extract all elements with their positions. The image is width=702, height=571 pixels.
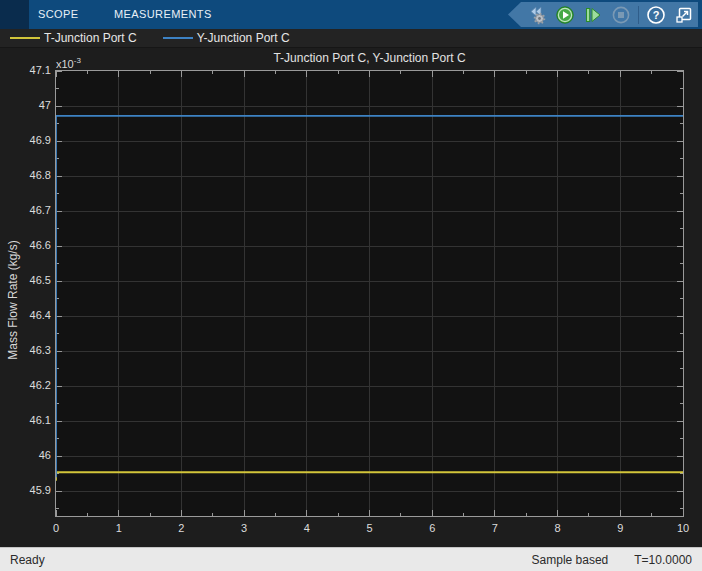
x-tick-label: 10 — [677, 522, 689, 534]
step-forward-icon — [583, 5, 603, 25]
status-ready: Ready — [10, 553, 532, 567]
status-bar: Ready Sample based T=10.0000 — [0, 547, 702, 571]
popout-icon — [674, 5, 694, 25]
x-tick-label: 9 — [617, 522, 623, 534]
legend-bar: T-Junction Port C Y-Junction Port C — [0, 29, 702, 48]
x-tick-label: 4 — [304, 522, 310, 534]
tab-measurements[interactable]: MEASUREMENTS — [100, 0, 226, 29]
y-tick-label: 46 — [3, 449, 51, 461]
tab-scope[interactable]: SCOPE — [24, 0, 93, 29]
chart-canvas — [56, 71, 683, 516]
y-tick-label: 46.3 — [3, 344, 51, 356]
plot-axes[interactable] — [55, 70, 684, 517]
x-tick-label: 5 — [366, 522, 372, 534]
x-tick-label: 2 — [178, 522, 184, 534]
y-tick-label: 47 — [3, 99, 51, 111]
y-tick-label: 47.1 — [3, 64, 51, 76]
y-tick-label: 46.4 — [3, 309, 51, 321]
help-icon: ? — [646, 5, 666, 25]
x-tick-label: 0 — [53, 522, 59, 534]
svg-text:?: ? — [653, 9, 660, 21]
x-tick-label: 1 — [116, 522, 122, 534]
stop-icon — [611, 5, 631, 25]
popout-button[interactable] — [673, 4, 695, 26]
toolbar-separator — [638, 6, 639, 24]
y-tick-label: 46.7 — [3, 204, 51, 216]
y-tick-label: 46.1 — [3, 414, 51, 426]
chart-title: T-Junction Port C, Y-Junction Port C — [55, 51, 684, 65]
plot-region: T-Junction Port C, Y-Junction Port C x10… — [0, 48, 702, 547]
scope-window: SCOPE MEASUREMENTS — [0, 0, 702, 571]
x-tick-label: 3 — [241, 522, 247, 534]
legend-item-t-junction[interactable]: T-Junction Port C — [10, 31, 137, 45]
legend-swatch-t-junction — [10, 37, 40, 39]
help-button[interactable]: ? — [645, 4, 667, 26]
legend-swatch-y-junction — [163, 37, 193, 39]
y-tick-label: 46.2 — [3, 379, 51, 391]
run-button[interactable] — [554, 4, 576, 26]
step-forward-button[interactable] — [582, 4, 604, 26]
x-tick-label: 8 — [555, 522, 561, 534]
status-sim-time: T=10.0000 — [634, 553, 692, 567]
stop-button[interactable] — [610, 4, 632, 26]
y-tick-label: 46.8 — [3, 169, 51, 181]
legend-item-y-junction[interactable]: Y-Junction Port C — [163, 31, 290, 45]
stepping-options-icon — [527, 5, 547, 25]
stepping-options-button[interactable] — [526, 4, 548, 26]
status-sample-mode: Sample based — [532, 553, 609, 567]
x-tick-label: 7 — [492, 522, 498, 534]
y-tick-label: 45.9 — [3, 484, 51, 496]
legend-label: Y-Junction Port C — [197, 31, 290, 45]
y-exponent-label: x10-3 — [56, 56, 81, 70]
tab-bar: SCOPE MEASUREMENTS — [0, 0, 702, 29]
y-tick-label: 46.9 — [3, 134, 51, 146]
x-tick-label: 6 — [429, 522, 435, 534]
run-icon — [555, 5, 575, 25]
y-tick-label: 46.5 — [3, 274, 51, 286]
quick-access-toolbar: ? — [508, 2, 698, 27]
y-tick-label: 46.6 — [3, 239, 51, 251]
legend-label: T-Junction Port C — [44, 31, 137, 45]
